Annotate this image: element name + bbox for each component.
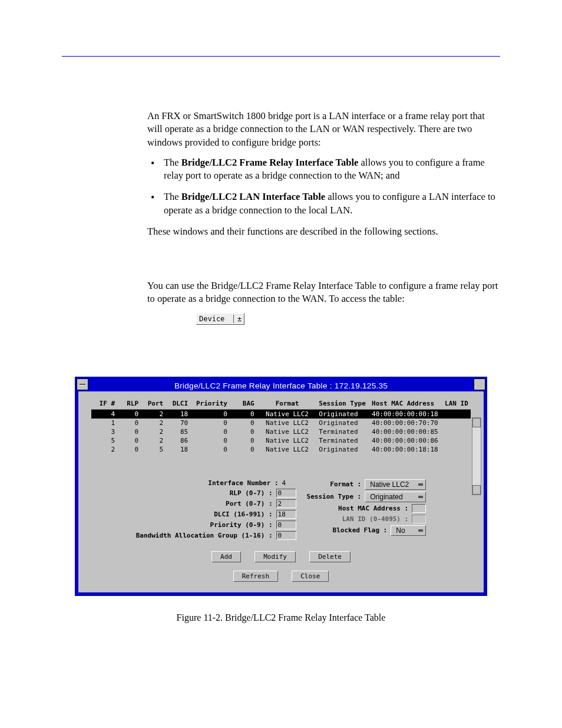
cell: 40:00:00:00:00:86 xyxy=(372,437,445,444)
refresh-button[interactable]: Refresh xyxy=(233,571,278,582)
cell: 40:00:00:00:18:18 xyxy=(372,446,445,453)
blocked-select[interactable]: No xyxy=(391,525,426,536)
cell: 0 xyxy=(188,410,227,418)
cell: 4 xyxy=(91,410,115,418)
table-row[interactable]: 1027000Native LLC2Originated40:00:00:00:… xyxy=(91,419,471,427)
cell xyxy=(445,419,471,427)
cell: 40:00:00:00:70:70 xyxy=(372,419,445,427)
col-port: Port xyxy=(138,400,163,407)
cell: 2 xyxy=(138,419,163,427)
bullet1-prefix: The xyxy=(164,157,181,168)
port-input[interactable] xyxy=(276,499,296,508)
bullet2-prefix: The xyxy=(164,191,181,202)
session-value: Originated xyxy=(370,493,402,501)
cell: 0 xyxy=(227,428,254,436)
scrollbar[interactable] xyxy=(472,417,481,495)
dialog-window: Bridge/LLC2 Frame Relay Interface Table … xyxy=(75,377,487,596)
hostmac-label: Host MAC Address : xyxy=(338,505,408,512)
table-row[interactable]: 2051800Native LLC2Originated40:00:00:00:… xyxy=(91,445,471,454)
priority-label: Priority (0-9) : xyxy=(210,521,273,529)
cell: Native LLC2 xyxy=(254,437,315,444)
col-if: IF # xyxy=(91,400,115,407)
cell: 0 xyxy=(115,419,138,427)
sysmenu-icon[interactable] xyxy=(77,378,88,390)
modify-button[interactable]: Modify xyxy=(254,551,296,562)
cell: 18 xyxy=(163,446,188,453)
cell: 5 xyxy=(138,446,163,453)
cell: 2 xyxy=(91,446,115,453)
close-button[interactable]: Close xyxy=(292,571,329,582)
dlci-input[interactable] xyxy=(276,510,296,519)
format-select[interactable]: Native LLC2 xyxy=(365,479,426,490)
bullet-1: The Bridge/LLC2 Frame Relay Interface Ta… xyxy=(147,156,500,183)
bullet-2: The Bridge/LLC2 LAN Interface Table allo… xyxy=(147,190,500,217)
cell: 0 xyxy=(115,437,138,444)
col-bag: BAG xyxy=(227,400,254,407)
bag-input[interactable] xyxy=(276,531,296,540)
cell: 85 xyxy=(163,428,188,436)
cell: Native LLC2 xyxy=(254,446,315,453)
cell: Native LLC2 xyxy=(254,428,315,436)
title-bar[interactable]: Bridge/LLC2 Frame Relay Interface Table … xyxy=(78,380,484,391)
device-menu-button[interactable]: Device± xyxy=(196,313,244,325)
scroll-up-icon[interactable] xyxy=(472,418,481,427)
cell: 40:00:00:00:00:18 xyxy=(372,410,445,418)
cell: Originated xyxy=(314,419,372,427)
table-row[interactable]: 3028500Native LLC2Terminated40:00:00:00:… xyxy=(91,427,471,436)
cell: 0 xyxy=(115,410,138,418)
cell: Native LLC2 xyxy=(254,410,315,418)
cell xyxy=(445,428,471,436)
col-dlci: DLCI xyxy=(163,400,188,407)
scroll-down-icon[interactable] xyxy=(472,485,481,495)
cell: 0 xyxy=(227,437,254,444)
dlci-label: DLCI (16-991) : xyxy=(214,510,272,518)
maximize-icon[interactable] xyxy=(474,378,485,390)
cell: 2 xyxy=(138,437,163,444)
cell: 70 xyxy=(163,419,188,427)
cell: 0 xyxy=(115,446,138,453)
priority-input[interactable] xyxy=(276,521,296,529)
cell: 0 xyxy=(188,446,227,453)
dropdown-icon xyxy=(418,483,423,486)
cell: Originated xyxy=(314,410,372,418)
cell: 0 xyxy=(227,446,254,453)
cell: 5 xyxy=(91,437,115,444)
col-rlp: RLP xyxy=(115,400,138,407)
col-priority: Priority xyxy=(188,400,227,407)
session-select[interactable]: Originated xyxy=(365,492,426,502)
bullet2-bold: Bridge/LLC2 LAN Interface Table xyxy=(181,191,325,202)
header-rule xyxy=(62,56,500,57)
session-label: Session Type : xyxy=(307,493,362,500)
port-label: Port (0-7) : xyxy=(226,500,272,508)
interface-number-label: Interface Number : xyxy=(208,479,278,487)
intro-para: An FRX or SmartSwitch 1800 bridge port i… xyxy=(147,110,500,149)
cell: Terminated xyxy=(314,428,372,436)
hostmac-input[interactable] xyxy=(412,504,426,513)
cell: 0 xyxy=(188,419,227,427)
dropdown-icon xyxy=(418,496,423,498)
para3: You can use the Bridge/LLC2 Frame Relay … xyxy=(147,279,500,306)
add-button[interactable]: Add xyxy=(211,551,241,562)
rlp-label: RLP (0-7) : xyxy=(230,489,273,497)
col-lanid: LAN ID xyxy=(445,400,471,407)
window-title: Bridge/LLC2 Frame Relay Interface Table … xyxy=(174,381,388,390)
bag-label: Bandwidth Allocation Group (1-16) : xyxy=(136,532,273,539)
delete-button[interactable]: Delete xyxy=(309,551,351,562)
lanid-input[interactable] xyxy=(412,515,426,523)
format-label: Format : xyxy=(330,480,361,488)
rlp-input[interactable] xyxy=(276,489,296,498)
cell: 86 xyxy=(163,437,188,444)
device-menu-toggle-icon: ± xyxy=(233,315,242,323)
interface-number-value: 4 xyxy=(282,479,296,487)
table-body: 4021800Native LLC2Originated40:00:00:00:… xyxy=(91,410,471,454)
table-row[interactable]: 4021800Native LLC2Originated40:00:00:00:… xyxy=(91,410,471,419)
table-row[interactable]: 5028600Native LLC2Terminated40:00:00:00:… xyxy=(91,436,471,445)
cell: Originated xyxy=(314,446,372,453)
col-format: Format xyxy=(254,400,315,407)
cell xyxy=(445,410,471,418)
cell: Native LLC2 xyxy=(254,419,315,427)
cell: 2 xyxy=(138,428,163,436)
bullet1-bold: Bridge/LLC2 Frame Relay Interface Table xyxy=(181,157,359,168)
para2: These windows and their functions are de… xyxy=(147,225,500,238)
cell: 0 xyxy=(188,437,227,444)
